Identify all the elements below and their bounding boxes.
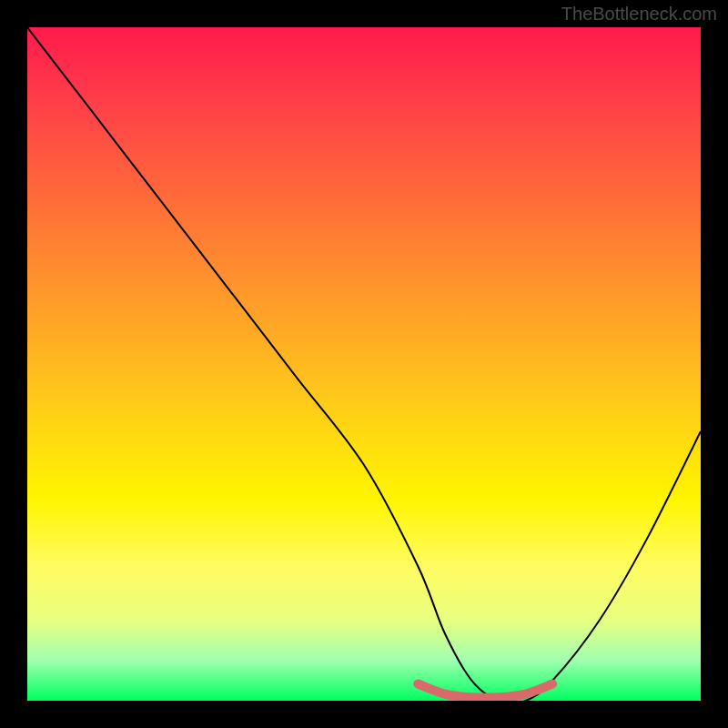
optimal-band-path	[418, 684, 552, 698]
bottleneck-curve-path	[27, 27, 701, 701]
watermark-text: TheBottleneck.com	[561, 4, 717, 25]
chart-svg	[27, 27, 701, 701]
chart-plot-area	[27, 27, 701, 701]
